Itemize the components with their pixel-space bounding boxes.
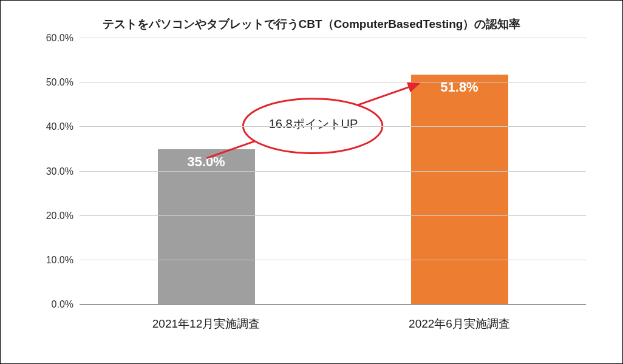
bar-2021-12: 35.0% xyxy=(158,149,255,305)
gridline: 20.0% xyxy=(80,215,586,216)
gridline: 60.0% xyxy=(80,38,586,38)
y-tick-label: 60.0% xyxy=(31,33,73,44)
y-tick-label: 20.0% xyxy=(31,211,73,221)
bars-group: 35.0% 51.8% xyxy=(80,38,586,305)
y-tick-label: 40.0% xyxy=(31,121,73,132)
y-tick-label: 30.0% xyxy=(31,166,73,177)
gridline: 40.0% xyxy=(80,126,586,127)
bar-2022-06: 51.8% xyxy=(411,75,508,305)
y-tick-label: 10.0% xyxy=(31,255,73,266)
y-tick-label: 0.0% xyxy=(31,299,73,310)
x-tick-label: 2021年12月実施調査 xyxy=(105,316,308,332)
bar-slot: 51.8% xyxy=(358,38,561,305)
gridline: 30.0% xyxy=(80,171,586,172)
gridline: 10.0% xyxy=(80,260,586,260)
chart-title: テストをパソコンやタブレットで行うCBT（ComputerBasedTestin… xyxy=(25,16,598,32)
bar-value-label: 35.0% xyxy=(158,154,255,170)
plot-area: 35.0% 51.8% 16.8ポイントUP 0.0%10.0% xyxy=(80,38,586,305)
x-axis: 2021年12月実施調査 2022年6月実施調査 xyxy=(80,316,586,332)
bar-slot: 35.0% xyxy=(105,38,308,305)
x-tick-label: 2022年6月実施調査 xyxy=(358,316,561,332)
y-tick-label: 50.0% xyxy=(31,77,73,88)
gridline: 50.0% xyxy=(80,82,586,83)
chart-container: テストをパソコンやタブレットで行うCBT（ComputerBasedTestin… xyxy=(1,1,622,363)
gridline: 0.0% xyxy=(80,304,586,305)
